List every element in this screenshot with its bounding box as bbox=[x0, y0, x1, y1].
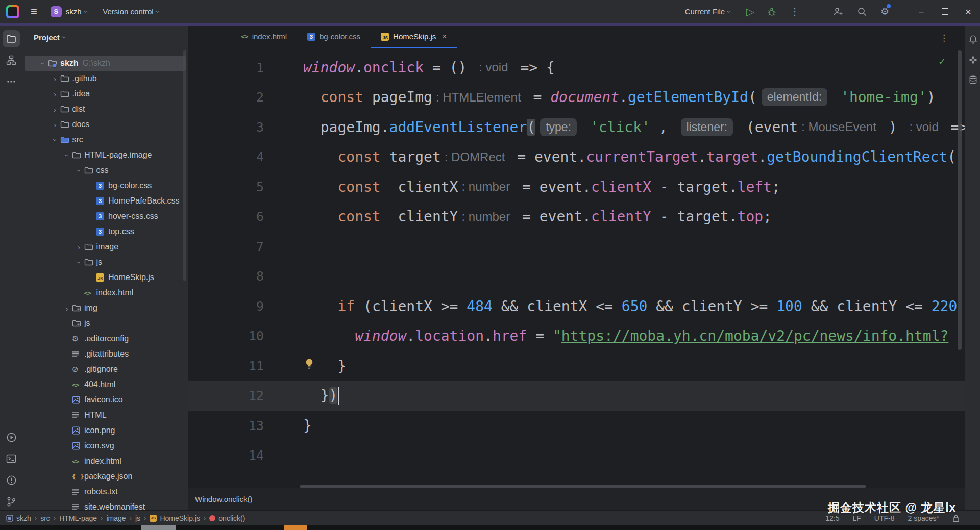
tab-options-icon[interactable]: ⋮ bbox=[940, 33, 948, 43]
tree-item-bg-color.css[interactable]: 3bg-color.css bbox=[24, 178, 186, 193]
code-line-2[interactable]: 2 const pageImg: HTMLElement = document.… bbox=[188, 83, 965, 113]
tab-index.html[interactable]: <>index.html bbox=[231, 26, 297, 48]
breadcrumb-item-HTML-page[interactable]: HTML-page bbox=[59, 514, 97, 522]
debug-icon[interactable] bbox=[767, 7, 777, 16]
git-tool-icon[interactable] bbox=[3, 493, 20, 510]
run-tool-icon[interactable] bbox=[3, 428, 20, 446]
chevron-collapsed-icon[interactable]: › bbox=[74, 243, 84, 251]
tab-close-icon[interactable]: × bbox=[442, 32, 447, 41]
add-user-icon[interactable] bbox=[833, 7, 844, 17]
code-line-14[interactable]: 14 bbox=[188, 441, 965, 471]
intention-bulb-icon[interactable] bbox=[304, 358, 314, 370]
code-line-9[interactable]: 9 if (clientX >= 484 && clientX <= 650 &… bbox=[188, 291, 965, 321]
tree-item-docs[interactable]: ›docs bbox=[24, 117, 186, 132]
more-tools-icon[interactable] bbox=[3, 73, 20, 90]
more-actions-icon[interactable]: ⋮ bbox=[790, 6, 799, 17]
tree-item-dist[interactable]: ›dist bbox=[24, 102, 186, 117]
breadcrumb-item-skzh[interactable]: skzh bbox=[6, 514, 31, 522]
tree-item-HTML-page.image[interactable]: ›HTML-page.image bbox=[24, 147, 186, 163]
tree-item-index.html[interactable]: <>index.html bbox=[24, 285, 186, 300]
window-minimize-button[interactable]: – bbox=[910, 0, 933, 23]
chevron-collapsed-icon[interactable]: › bbox=[50, 74, 60, 83]
tree-item-favicon.ico[interactable]: favicon.ico bbox=[24, 392, 186, 408]
settings-gear-icon[interactable]: ⚙ bbox=[880, 6, 889, 17]
code-line-3[interactable]: 3 pageImg.addEventListener(type: 'click'… bbox=[188, 112, 965, 142]
window-restore-button[interactable] bbox=[933, 0, 957, 23]
tree-item-css[interactable]: ›css bbox=[24, 163, 186, 178]
tree-item-js[interactable]: js bbox=[24, 316, 186, 331]
tree-item-hover-css.css[interactable]: 3hover-css.css bbox=[24, 209, 186, 224]
tree-item-label: dist bbox=[72, 105, 85, 114]
code-line-8[interactable]: 8 bbox=[188, 262, 965, 292]
tree-item-.gitignore[interactable]: ⊘.gitignore bbox=[24, 362, 186, 377]
tree-item-top.css[interactable]: 3top.css bbox=[24, 224, 186, 239]
tree-item-.gitattributes[interactable]: .gitattributes bbox=[24, 346, 186, 362]
terminal-tool-icon[interactable] bbox=[3, 450, 20, 467]
project-avatar[interactable]: S bbox=[51, 6, 62, 17]
json-file-icon: { } bbox=[72, 473, 84, 481]
tree-item-js[interactable]: ›js bbox=[24, 255, 186, 270]
code-line-13[interactable]: 13} bbox=[188, 411, 965, 441]
code-line-11[interactable]: 11 } bbox=[188, 351, 965, 381]
breadcrumb-item-js[interactable]: js bbox=[135, 514, 140, 522]
breadcrumb-item-src[interactable]: src bbox=[40, 514, 50, 522]
project-switcher[interactable]: skzh bbox=[66, 7, 82, 16]
chevron-expanded-icon[interactable]: › bbox=[51, 135, 59, 145]
breadcrumb-item-HomeSkip.js[interactable]: JSHomeSkip.js bbox=[150, 514, 200, 522]
tree-item-src[interactable]: ›src bbox=[24, 132, 186, 147]
notifications-bell-icon[interactable] bbox=[966, 32, 980, 46]
tree-item-image[interactable]: ›image bbox=[24, 239, 186, 255]
chevron-expanded-icon[interactable]: › bbox=[39, 58, 47, 68]
tree-item-icon.svg[interactable]: icon.svg bbox=[24, 438, 186, 453]
code-line-1[interactable]: 1window.onclick = () : void => { bbox=[188, 53, 965, 83]
project-panel-header[interactable]: Project › bbox=[22, 26, 188, 48]
run-configuration-select[interactable]: Current File bbox=[685, 7, 725, 16]
chevron-expanded-icon[interactable]: › bbox=[75, 165, 83, 175]
app-logo-icon[interactable] bbox=[6, 5, 19, 18]
search-icon[interactable] bbox=[857, 7, 867, 17]
tab-HomeSkip.js[interactable]: JSHomeSkip.js× bbox=[371, 26, 457, 48]
code-line-6[interactable]: 6 const clientY: number = event.clientY … bbox=[188, 202, 965, 232]
code-line-7[interactable]: 7 bbox=[188, 232, 965, 262]
database-tool-icon[interactable] bbox=[966, 73, 980, 87]
breadcrumb-item-image[interactable]: image bbox=[106, 514, 126, 522]
tree-item-HTML[interactable]: HTML bbox=[24, 408, 186, 423]
tree-item-skzh[interactable]: ›skzhG:\skzh bbox=[24, 56, 186, 71]
tree-item-index.html[interactable]: <>index.html bbox=[24, 453, 186, 469]
chevron-collapsed-icon[interactable]: › bbox=[50, 90, 60, 98]
breadcrumb-separator: › bbox=[130, 514, 132, 522]
breadcrumb-item-onclick()[interactable]: onclick() bbox=[209, 514, 245, 522]
structure-tool-icon[interactable] bbox=[3, 52, 20, 69]
tree-item-.github[interactable]: ›.github bbox=[24, 71, 186, 86]
code-editor[interactable]: 1window.onclick = () : void => {2 const … bbox=[188, 53, 965, 470]
editor-vertical-scrollbar[interactable] bbox=[958, 50, 962, 350]
window-close-button[interactable]: × bbox=[957, 0, 980, 23]
code-line-10[interactable]: 10 window.location.href = "https://moba.… bbox=[188, 321, 965, 351]
project-tool-icon[interactable] bbox=[3, 30, 20, 47]
tree-scrollbar[interactable] bbox=[183, 50, 186, 281]
tree-item-HomeSkip.js[interactable]: JSHomeSkip.js bbox=[24, 270, 186, 285]
tree-item-.editorconfig[interactable]: ⚙.editorconfig bbox=[24, 331, 186, 346]
chevron-expanded-icon[interactable]: › bbox=[63, 150, 71, 160]
tree-item-robots.txt[interactable]: robots.txt bbox=[24, 484, 186, 499]
code-line-5[interactable]: 5 const clientX: number = event.clientX … bbox=[188, 172, 965, 202]
tab-bg-color.css[interactable]: 3bg-color.css bbox=[297, 26, 371, 48]
tree-item-site.webmanifest[interactable]: site.webmanifest bbox=[24, 499, 186, 510]
tree-item-HomePafeBack.css[interactable]: 3HomePafeBack.css bbox=[24, 193, 186, 209]
tree-item-icon.png[interactable]: icon.png bbox=[24, 423, 186, 438]
vcs-menu[interactable]: Version control bbox=[103, 7, 153, 16]
run-icon[interactable]: ▷ bbox=[746, 6, 754, 18]
tree-item-img[interactable]: ›img bbox=[24, 300, 186, 316]
chevron-collapsed-icon[interactable]: › bbox=[62, 304, 72, 313]
tree-item-404.html[interactable]: <>404.html bbox=[24, 377, 186, 392]
code-line-12[interactable]: 12 }) bbox=[188, 381, 965, 411]
tree-item-.idea[interactable]: ›.idea bbox=[24, 86, 186, 102]
chevron-collapsed-icon[interactable]: › bbox=[50, 120, 60, 129]
chevron-expanded-icon[interactable]: › bbox=[75, 257, 83, 267]
code-line-4[interactable]: 4 const target: DOMRect = event.currentT… bbox=[188, 142, 965, 172]
problems-tool-icon[interactable] bbox=[3, 471, 20, 489]
chevron-collapsed-icon[interactable]: › bbox=[50, 105, 60, 114]
ai-assistant-icon[interactable] bbox=[966, 53, 980, 67]
main-menu-icon[interactable]: ≡ bbox=[31, 6, 37, 17]
tree-item-package.json[interactable]: { }package.json bbox=[24, 469, 186, 484]
